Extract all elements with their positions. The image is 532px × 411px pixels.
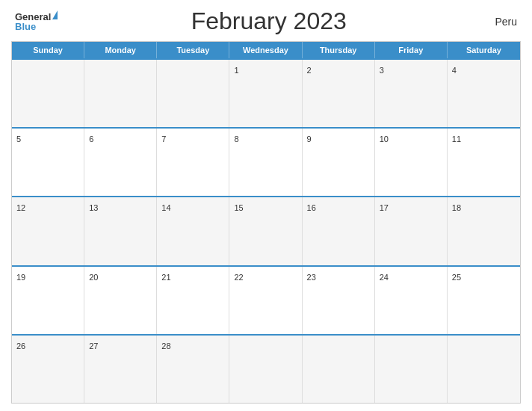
- day-number: 16: [307, 203, 316, 212]
- day-cell: 13: [84, 197, 157, 265]
- logo: General Blue: [15, 12, 58, 31]
- day-number: 4: [452, 66, 457, 75]
- day-cell: 12: [12, 197, 84, 265]
- week-row-2: 567891011: [12, 127, 520, 196]
- logo-triangle-icon: [52, 10, 58, 19]
- logo-blue-text: Blue: [15, 22, 36, 31]
- day-number: 10: [380, 135, 389, 143]
- day-header-monday: Monday: [84, 42, 157, 58]
- day-number: 8: [234, 135, 238, 143]
- day-number: 25: [452, 273, 461, 282]
- day-number: 17: [380, 203, 389, 212]
- day-cell: 16: [303, 197, 375, 265]
- day-cell: 2: [303, 60, 375, 127]
- day-header-tuesday: Tuesday: [157, 42, 229, 58]
- day-cell: 19: [12, 267, 84, 334]
- logo-general-text: General: [15, 12, 51, 22]
- day-cell: [12, 60, 84, 127]
- day-number: 13: [89, 203, 98, 212]
- week-row-1: 1234: [12, 58, 520, 127]
- day-number: 12: [16, 203, 25, 212]
- day-cell: 8: [229, 129, 302, 196]
- day-header-sunday: Sunday: [12, 42, 84, 58]
- day-header-saturday: Saturday: [448, 42, 520, 58]
- day-cell: 17: [375, 197, 448, 265]
- day-number: 27: [89, 342, 98, 350]
- day-cell: 11: [448, 129, 520, 196]
- day-number: 1: [234, 66, 238, 75]
- day-header-friday: Friday: [375, 42, 448, 58]
- day-number: 22: [234, 273, 243, 282]
- day-cell: [157, 60, 229, 127]
- day-cell: 1: [229, 60, 302, 127]
- day-cell: [229, 336, 302, 403]
- calendar-container: General Blue February 2023 Peru SundayMo…: [0, 0, 532, 411]
- week-row-3: 12131415161718: [12, 196, 520, 265]
- day-cell: 24: [375, 267, 448, 334]
- day-cell: 23: [303, 267, 375, 334]
- day-cell: 7: [157, 129, 229, 196]
- day-number: 3: [380, 66, 384, 75]
- day-number: 21: [161, 273, 170, 282]
- day-cell: 20: [84, 267, 157, 334]
- day-cell: [303, 336, 375, 403]
- day-number: 7: [161, 135, 166, 143]
- day-cell: [84, 60, 157, 127]
- day-cell: 26: [12, 336, 84, 403]
- day-number: 18: [452, 203, 461, 212]
- weeks-container: 1234567891011121314151617181920212223242…: [12, 58, 520, 403]
- day-cell: 15: [229, 197, 302, 265]
- day-number: 11: [452, 135, 461, 143]
- country-label: Peru: [480, 16, 517, 28]
- day-cell: 3: [375, 60, 448, 127]
- day-number: 20: [89, 273, 98, 282]
- calendar-grid: SundayMondayTuesdayWednesdayThursdayFrid…: [11, 41, 521, 404]
- day-header-thursday: Thursday: [303, 42, 375, 58]
- calendar-title: February 2023: [58, 7, 480, 35]
- day-cell: 4: [448, 60, 520, 127]
- day-cell: [448, 336, 520, 403]
- day-cell: 21: [157, 267, 229, 334]
- day-number: 19: [16, 273, 25, 282]
- day-number: 23: [307, 273, 316, 282]
- day-number: 26: [16, 342, 25, 350]
- day-number: 15: [234, 203, 243, 212]
- day-cell: 9: [303, 129, 375, 196]
- day-cell: 25: [448, 267, 520, 334]
- day-number: 14: [161, 203, 170, 212]
- days-header: SundayMondayTuesdayWednesdayThursdayFrid…: [12, 42, 520, 58]
- calendar-header: General Blue February 2023 Peru: [11, 7, 521, 35]
- day-cell: 27: [84, 336, 157, 403]
- week-row-5: 262728: [12, 334, 520, 403]
- day-cell: 6: [84, 129, 157, 196]
- day-cell: 28: [157, 336, 229, 403]
- day-cell: 5: [12, 129, 84, 196]
- day-cell: 18: [448, 197, 520, 265]
- day-number: 2: [307, 66, 312, 75]
- day-cell: 14: [157, 197, 229, 265]
- day-cell: [375, 336, 448, 403]
- day-number: 9: [307, 135, 312, 143]
- day-cell: 10: [375, 129, 448, 196]
- day-cell: 22: [229, 267, 302, 334]
- week-row-4: 19202122232425: [12, 265, 520, 334]
- day-header-wednesday: Wednesday: [229, 42, 302, 58]
- day-number: 28: [161, 342, 170, 350]
- day-number: 24: [380, 273, 389, 282]
- day-number: 5: [16, 135, 21, 143]
- day-number: 6: [89, 135, 93, 143]
